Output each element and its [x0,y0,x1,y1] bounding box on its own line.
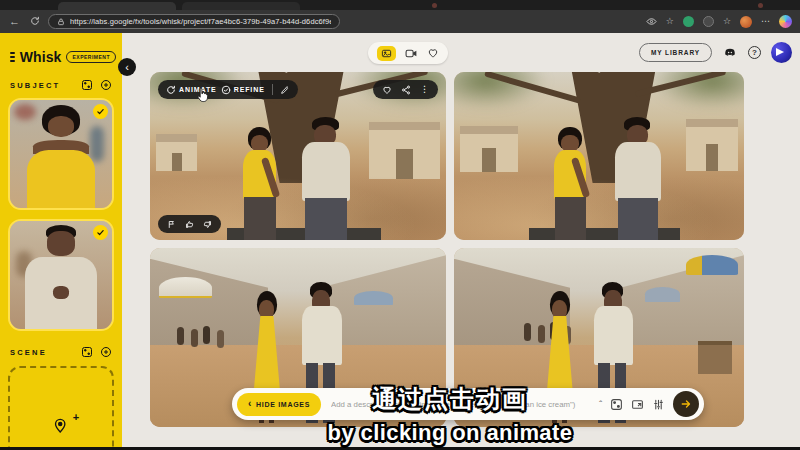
refine-label: REFINE [234,86,265,93]
selected-check-icon [93,225,108,240]
help-icon[interactable]: ? [748,46,761,59]
browser-actions: ☆ ☆ ⋯ [646,15,792,28]
extensions-icon[interactable]: ☆ [723,17,731,26]
market-umbrella-gray [645,287,680,301]
woman-skirt [244,197,276,240]
experiment-badge: EXPERIMENT [66,51,116,63]
background-blob [90,126,104,162]
house [156,134,197,171]
image-actions: ⋮ [373,80,438,99]
menu-icon[interactable] [10,52,15,62]
browser-profile-avatar[interactable] [740,16,752,28]
background-blob [14,104,36,120]
subject-label: SUBJECT [10,81,60,90]
subject-thumbnail-man[interactable] [8,219,114,331]
browser-extension-icon-green[interactable] [683,16,694,27]
video-mode-icon[interactable] [405,47,418,60]
house [460,126,518,173]
question-mark: ? [752,48,757,57]
sidebar-header: Whisk EXPERIMENT [0,33,122,73]
mouse-cursor-hand [194,86,210,108]
lock-icon [57,18,65,26]
man-face [47,231,76,256]
market-umbrella-white [159,277,212,299]
market-stall [698,341,733,374]
share-icon[interactable] [401,85,411,95]
house-door [706,144,719,171]
thumbs-down-icon[interactable] [203,220,212,229]
refine-button[interactable]: REFINE [221,85,265,95]
my-library-button[interactable]: MY LIBRARY [639,43,712,62]
subtitle-chinese: 通过点击动画 [100,383,800,415]
thumbs-up-icon[interactable] [185,220,194,229]
bookmark-star-icon[interactable]: ☆ [666,17,674,26]
browser-tab-strip [0,0,800,10]
browser-tab[interactable] [58,2,176,10]
man-pants [305,198,346,240]
woman-face [48,116,75,137]
tab-favicon [758,3,763,8]
image-mode-icon[interactable] [377,46,396,61]
more-options-icon[interactable]: ⋮ [420,85,429,94]
woman-skirt [555,197,586,240]
back-icon[interactable]: ← [8,16,21,27]
add-scene-plus-icon: + [73,411,79,423]
market-umbrella-blue [686,255,738,275]
browser-tab[interactable] [182,2,300,10]
browser-menu-icon[interactable]: ⋯ [761,17,770,26]
market-umbrella-blue [354,291,392,305]
crowd-silhouettes [524,323,531,341]
url-bar[interactable]: https://labs.google/fx/tools/whisk/proje… [48,14,340,29]
refresh-icon[interactable] [28,16,41,28]
woman-yellow-top [27,150,94,210]
subject-dice-icon[interactable] [81,79,93,91]
location-pin-icon: + [52,418,68,438]
copilot-icon[interactable] [779,15,792,28]
discord-icon[interactable] [722,46,738,59]
selected-check-icon [93,104,108,119]
scene-dice-icon[interactable] [81,346,93,358]
scene-section-header: SCENE [0,340,122,362]
man-pants [618,198,659,240]
tab-favicon [432,3,437,8]
subject-add-icon[interactable] [100,79,112,91]
chevron-left-icon: ‹ [125,61,129,73]
scene-label: SCENE [10,348,47,357]
scene-dropzone[interactable]: + [8,366,114,450]
sidebar-collapse-button[interactable]: ‹ [118,58,136,76]
generated-image-2[interactable] [454,72,744,240]
image-toolbar: ANIMATE REFINE [158,80,298,99]
man-figure [602,117,675,240]
edit-pen-icon[interactable] [280,85,290,95]
subtitle-english: by clicking on animate [100,420,800,446]
scene-add-icon[interactable] [100,346,112,358]
user-avatar[interactable] [771,42,792,63]
reading-mode-icon[interactable] [646,16,657,27]
man-white-shirt [302,306,342,365]
crowd-silhouettes [177,327,184,345]
mode-switcher [368,42,448,64]
favorites-heart-icon[interactable] [427,47,439,59]
village-tree-scene [454,72,744,240]
woman-figure [541,127,599,240]
browser-extension-icon-dark[interactable] [703,16,714,27]
browser-chrome: ← https://labs.google/fx/tools/whisk/pro… [0,0,800,33]
house [686,119,738,171]
flag-icon[interactable] [167,220,176,229]
man-figure [289,117,363,240]
like-heart-icon[interactable] [382,85,392,95]
subject-thumbnail-woman[interactable] [8,98,114,210]
feedback-bar [158,215,221,233]
play-logo [776,48,784,56]
header-actions: MY LIBRARY ? [639,42,792,63]
url-text: https://labs.google/fx/tools/whisk/proje… [70,17,331,26]
toolbar-divider [272,84,273,95]
man-hands [53,286,69,299]
man-white-shirt [594,306,633,365]
man-shirt [302,142,349,201]
man-shirt [615,142,661,201]
generated-image-1[interactable]: ANIMATE REFINE ⋮ [150,72,446,240]
app-title: Whisk [20,49,62,65]
subject-section-header: SUBJECT [0,73,122,95]
woman-figure [230,127,289,240]
